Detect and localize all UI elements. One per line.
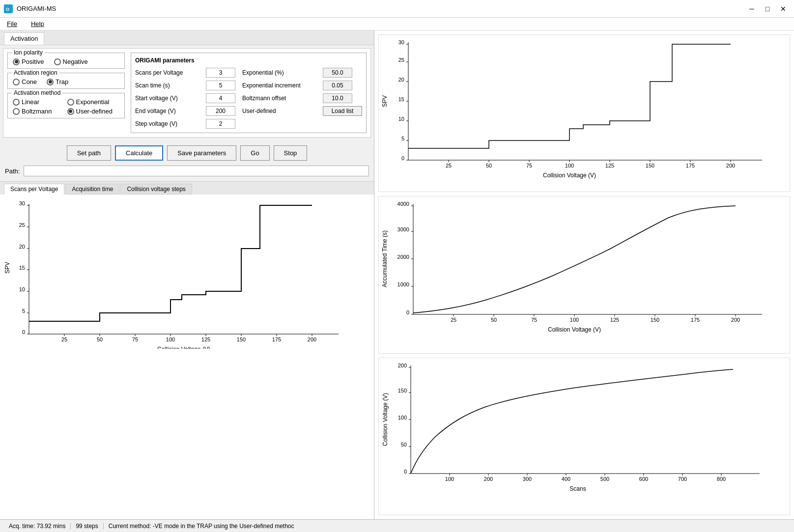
radio-cone[interactable]: Cone <box>13 78 37 85</box>
svg-text:175: 175 <box>686 163 695 168</box>
radio-exponential[interactable]: Exponential <box>67 98 120 106</box>
set-path-button[interactable]: Set path <box>67 145 111 161</box>
exponential-increment-input[interactable] <box>323 81 352 90</box>
radio-user-defined[interactable]: User-defined <box>67 108 120 115</box>
svg-text:500: 500 <box>600 476 609 482</box>
svg-text:50: 50 <box>486 163 492 168</box>
svg-text:125: 125 <box>605 163 614 168</box>
svg-text:150: 150 <box>651 317 659 323</box>
calculate-button[interactable]: Calculate <box>115 145 163 161</box>
radio-negative-circle <box>54 58 61 65</box>
exponential-label: Exponential (%) <box>242 69 321 76</box>
menu-bar: File Help <box>0 18 794 30</box>
radio-user-defined-circle <box>67 108 74 115</box>
step-voltage-input[interactable] <box>206 119 235 129</box>
start-voltage-label: Start voltage (V) <box>135 95 204 102</box>
bottom-chart-container: 0 5 10 15 20 25 30 25 <box>0 195 374 519</box>
svg-text:50: 50 <box>97 336 103 342</box>
radio-linear-circle <box>13 99 20 106</box>
tab-acquisition-time[interactable]: Acquisition time <box>65 184 119 195</box>
svg-text:200: 200 <box>398 363 407 368</box>
radio-negative[interactable]: Negative <box>54 58 88 65</box>
svg-text:100: 100 <box>565 163 574 168</box>
tab-collision-voltage-steps[interactable]: Collision voltage steps <box>120 184 192 195</box>
svg-text:1000: 1000 <box>397 281 409 287</box>
svg-text:5: 5 <box>401 136 404 141</box>
svg-text:700: 700 <box>678 476 687 482</box>
accumulated-time-chart: 0 1000 2000 3000 4000 25 50 75 <box>379 196 782 334</box>
tab-activation[interactable]: Activation <box>4 32 44 45</box>
svg-text:SPV: SPV <box>4 262 11 274</box>
svg-text:5: 5 <box>22 308 25 314</box>
svg-text:150: 150 <box>237 336 246 342</box>
svg-text:800: 800 <box>717 476 726 482</box>
tab-spv[interactable]: Scans per Voltage <box>4 184 64 195</box>
menu-help[interactable]: Help <box>28 19 47 28</box>
svg-text:Accumulated Time (s): Accumulated Time (s) <box>381 230 388 287</box>
exponential-input[interactable] <box>323 68 352 78</box>
go-button[interactable]: Go <box>240 145 269 161</box>
title-bar: O ORIGAMI-MS ─ □ ✕ <box>0 0 794 18</box>
menu-file[interactable]: File <box>4 19 20 28</box>
svg-text:25: 25 <box>61 336 67 342</box>
svg-text:2000: 2000 <box>397 254 409 260</box>
svg-text:100: 100 <box>398 415 407 420</box>
radio-trap[interactable]: Trap <box>47 78 68 85</box>
button-row: Set path Calculate Save parameters Go St… <box>0 140 374 166</box>
svg-text:300: 300 <box>523 476 532 482</box>
end-voltage-input[interactable] <box>206 106 235 116</box>
scans-per-voltage-input[interactable] <box>206 68 235 78</box>
current-method-status: Current method: -VE mode in the TRAP usi… <box>104 523 299 530</box>
svg-text:600: 600 <box>639 476 648 482</box>
scan-time-input[interactable] <box>206 81 235 90</box>
top-right-chart: 0 5 10 15 20 25 30 25 <box>378 34 790 192</box>
form-area: Ion polarity Positive Negative <box>3 48 371 138</box>
path-label: Path: <box>5 168 20 175</box>
svg-text:0: 0 <box>22 329 25 335</box>
activation-method-title: Activation method <box>12 89 62 96</box>
svg-text:50: 50 <box>401 442 407 448</box>
activation-region-title: Activation region <box>12 69 59 76</box>
close-button[interactable]: ✕ <box>776 3 790 15</box>
minimize-button[interactable]: ─ <box>745 3 759 15</box>
svg-text:10: 10 <box>398 116 404 122</box>
mid-right-chart: 0 1000 2000 3000 4000 25 50 75 <box>378 196 790 354</box>
svg-text:150: 150 <box>398 388 407 393</box>
user-defined-label: User-defined <box>242 108 321 114</box>
origami-params-title: ORIGAMI parameters <box>135 57 362 64</box>
svg-text:125: 125 <box>201 336 210 342</box>
radio-trap-circle <box>47 79 54 85</box>
svg-text:30: 30 <box>398 39 404 45</box>
path-input[interactable] <box>24 166 369 176</box>
boltzmann-offset-input[interactable] <box>323 93 352 103</box>
load-list-button[interactable]: Load list <box>323 106 362 116</box>
activation-region-group: Activation region Cone Trap <box>7 73 125 89</box>
app-icon: O <box>4 4 13 13</box>
svg-text:Collision Voltage (V): Collision Voltage (V) <box>543 172 596 179</box>
radio-positive[interactable]: Positive <box>13 58 44 65</box>
path-row: Path: <box>0 166 374 181</box>
activation-method-group: Activation method Linear Exponential <box>7 93 125 118</box>
stop-button[interactable]: Stop <box>274 145 308 161</box>
ion-polarity-title: Ion polarity <box>12 49 45 56</box>
radio-exponential-circle <box>67 99 74 106</box>
svg-text:4000: 4000 <box>397 201 409 207</box>
save-parameters-button[interactable]: Save parameters <box>167 145 236 161</box>
svg-text:100: 100 <box>570 317 579 323</box>
radio-boltzmann[interactable]: Boltzmann <box>13 108 65 115</box>
svg-text:200: 200 <box>484 476 493 482</box>
svg-text:175: 175 <box>272 336 281 342</box>
exponential-increment-label: Exponential increment <box>242 82 321 89</box>
svg-text:25: 25 <box>446 163 452 168</box>
svg-text:Collision Voltage (V): Collision Voltage (V) <box>157 346 210 349</box>
radio-linear[interactable]: Linear <box>13 98 65 106</box>
bottom-right-chart: 0 50 100 150 200 100 200 300 <box>378 358 790 515</box>
right-panel: 0 5 10 15 20 25 30 25 <box>374 30 794 519</box>
start-voltage-input[interactable] <box>206 93 235 103</box>
acq-time-status: Acq. time: 73.92 mins <box>4 523 71 530</box>
status-bar: Acq. time: 73.92 mins 99 steps Current m… <box>0 519 794 532</box>
maximize-button[interactable]: □ <box>761 3 774 15</box>
svg-text:175: 175 <box>691 317 700 323</box>
svg-text:Collision Voltage (V): Collision Voltage (V) <box>548 326 601 333</box>
ion-polarity-group: Ion polarity Positive Negative <box>7 53 125 69</box>
